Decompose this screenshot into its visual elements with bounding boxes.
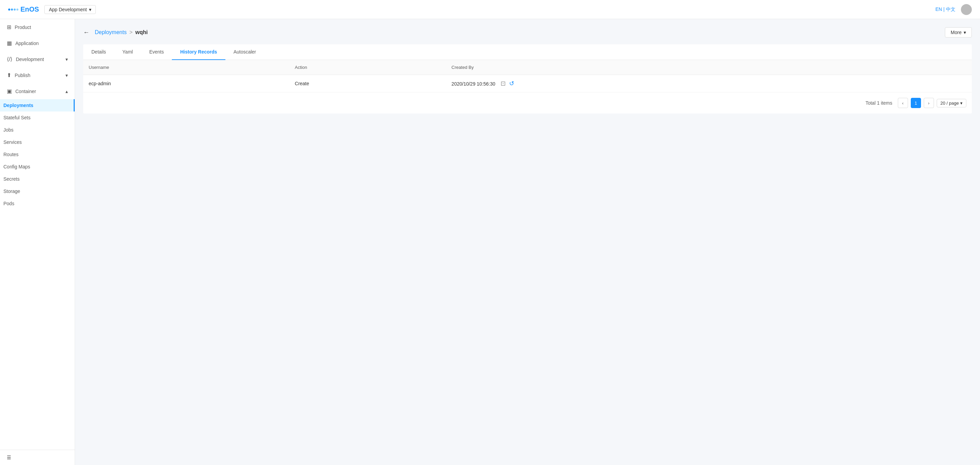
grid-icon: ⊞ [7, 24, 11, 30]
logo-dots [8, 8, 18, 11]
lang-sep: | [943, 6, 945, 12]
sidebar-sub-item-stateful-sets[interactable]: Stateful Sets [0, 111, 75, 124]
sidebar-sub-label-storage: Storage [3, 189, 20, 194]
logo-text: EnOS [21, 5, 39, 13]
chevron-down-icon: ▾ [964, 30, 966, 35]
sidebar-item-publish[interactable]: ⬆ Publish ▾ [0, 67, 75, 83]
sidebar-sub-item-routes[interactable]: Routes [0, 148, 75, 160]
chevron-down-icon: ▾ [65, 57, 68, 62]
sidebar-sub-label-pods: Pods [3, 201, 14, 206]
sidebar-item-container[interactable]: ▣ Container ▴ [0, 83, 75, 99]
pagination-prev[interactable]: ‹ [898, 98, 908, 108]
sidebar-footer[interactable]: ☰ [0, 450, 75, 465]
topbar-left: EnOS App Development ▾ [8, 5, 96, 14]
history-records-table: Username Action Created By ecp-admin Cre… [83, 60, 972, 92]
col-actions [904, 60, 972, 75]
cell-created-by: 2020/10/29 10:56:30 ⊡ ↺ [446, 75, 904, 92]
tab-details[interactable]: Details [83, 44, 114, 60]
logo-dot-3 [14, 8, 16, 11]
lang-zh[interactable]: 中文 [946, 6, 955, 12]
page-size-label: 20 / page [940, 101, 959, 106]
logo-dot-4 [16, 8, 18, 11]
sidebar-item-label-publish: Publish [15, 73, 30, 78]
app-selector[interactable]: App Development ▾ [45, 5, 95, 14]
chevron-down-icon: ▾ [960, 101, 963, 106]
sidebar-sub-label-routes: Routes [3, 152, 18, 157]
sidebar-sub-label-stateful-sets: Stateful Sets [3, 115, 30, 121]
col-created-by: Created By [446, 60, 904, 75]
sidebar: ⊞ Product ▦ Application ⟨/⟩ Development … [0, 19, 75, 465]
breadcrumb: ← Deployments > wqhi [83, 29, 148, 36]
view-detail-icon[interactable]: ⊡ [501, 80, 506, 87]
pagination-total: Total 1 items [865, 100, 892, 106]
col-username: Username [83, 60, 290, 75]
sidebar-sub-label-jobs: Jobs [3, 127, 14, 133]
sidebar-sub-label-services: Services [3, 140, 22, 145]
language-switcher[interactable]: EN | 中文 [935, 6, 955, 13]
container-icon: ▣ [7, 88, 12, 94]
app-selector-label: App Development [49, 7, 87, 12]
lang-en[interactable]: EN [935, 6, 942, 12]
sidebar-sub-item-pods[interactable]: Pods [0, 197, 75, 209]
logo: EnOS [8, 5, 39, 13]
menu-collapse-icon: ☰ [7, 455, 11, 460]
more-button-label: More [951, 30, 962, 35]
sidebar-sub-label-config-maps: Config Maps [3, 164, 30, 170]
restore-icon[interactable]: ↺ [509, 80, 514, 87]
tab-autoscaler[interactable]: Autoscaler [225, 44, 264, 60]
col-action: Action [290, 60, 446, 75]
sidebar-item-label-product: Product [15, 25, 31, 30]
main-layout: ⊞ Product ▦ Application ⟨/⟩ Development … [0, 19, 980, 465]
chevron-down-icon: ▾ [89, 7, 91, 12]
topbar-right: EN | 中文 [935, 4, 972, 15]
tabs: Details Yaml Events History Records Auto… [83, 44, 972, 60]
dev-icon: ⟨/⟩ [7, 56, 12, 62]
pagination-next[interactable]: › [924, 98, 934, 108]
tab-events[interactable]: Events [141, 44, 172, 60]
sidebar-item-label-development: Development [16, 57, 44, 62]
sidebar-sub-item-secrets[interactable]: Secrets [0, 173, 75, 185]
sidebar-item-label-container: Container [15, 89, 36, 94]
sidebar-sub-item-jobs[interactable]: Jobs [0, 124, 75, 136]
publish-icon: ⬆ [7, 72, 11, 78]
logo-dot-1 [8, 8, 10, 11]
back-button[interactable]: ← [83, 29, 89, 36]
cell-action: Create [290, 75, 446, 92]
tab-yaml[interactable]: Yaml [114, 44, 141, 60]
sidebar-sub-item-services[interactable]: Services [0, 136, 75, 148]
page-size-selector[interactable]: 20 / page ▾ [937, 99, 966, 107]
breadcrumb-separator: > [129, 29, 132, 35]
sidebar-sub-label-secrets: Secrets [3, 176, 19, 182]
logo-dot-2 [11, 8, 13, 11]
sidebar-item-product[interactable]: ⊞ Product [0, 19, 75, 35]
sidebar-sub-item-deployments[interactable]: Deployments [0, 99, 75, 111]
pagination-page-1[interactable]: 1 [911, 98, 921, 108]
topbar: EnOS App Development ▾ EN | 中文 [0, 0, 980, 19]
pagination: Total 1 items ‹ 1 › 20 / page ▾ [83, 92, 972, 114]
main-content: ← Deployments > wqhi More ▾ Details Yaml [75, 19, 980, 465]
sidebar-sub-item-config-maps[interactable]: Config Maps [0, 160, 75, 173]
sidebar-sub-label-deployments: Deployments [3, 103, 33, 108]
chevron-up-icon: ▴ [65, 89, 68, 94]
table-body: ecp-admin Create 2020/10/29 10:56:30 ⊡ ↺ [83, 75, 972, 92]
table-header: Username Action Created By [83, 60, 972, 75]
breadcrumb-deployments[interactable]: Deployments [95, 29, 127, 35]
avatar[interactable] [961, 4, 972, 15]
tab-history-records[interactable]: History Records [172, 44, 225, 60]
sidebar-sub-item-storage[interactable]: Storage [0, 185, 75, 197]
table-container: Details Yaml Events History Records Auto… [83, 44, 972, 114]
page-header: ← Deployments > wqhi More ▾ [83, 27, 972, 38]
sidebar-item-application[interactable]: ▦ Application [0, 35, 75, 51]
cell-row-actions [904, 75, 972, 92]
sidebar-item-label-application: Application [15, 41, 39, 46]
chevron-down-icon: ▾ [65, 73, 68, 78]
breadcrumb-current: wqhi [135, 29, 148, 35]
cell-username: ecp-admin [83, 75, 290, 92]
table-row: ecp-admin Create 2020/10/29 10:56:30 ⊡ ↺ [83, 75, 972, 92]
more-button[interactable]: More ▾ [945, 27, 972, 38]
sidebar-item-development[interactable]: ⟨/⟩ Development ▾ [0, 51, 75, 67]
app-icon: ▦ [7, 40, 12, 46]
